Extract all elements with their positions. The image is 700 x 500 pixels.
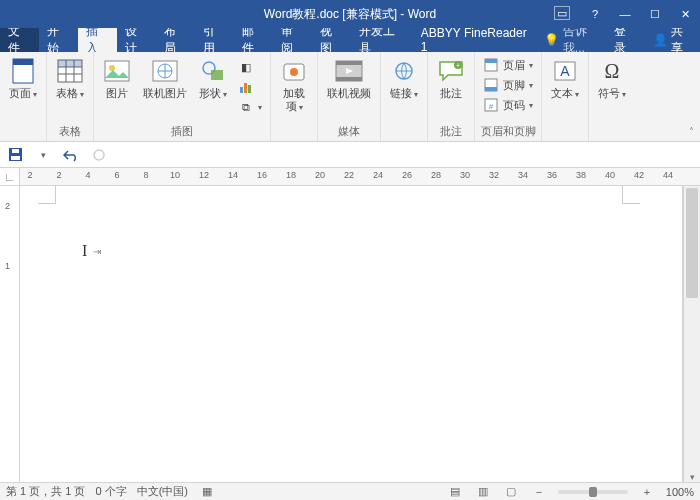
group-symbols: Ω 符号: [589, 52, 635, 141]
tab-insert[interactable]: 插入: [78, 28, 117, 52]
footer-button[interactable]: 页脚▾: [479, 76, 537, 94]
svg-rect-13: [211, 70, 223, 80]
ruler-horizontal[interactable]: ∟ 22468101214161820222426283032343638404…: [0, 168, 700, 186]
addins-label: 加载 项: [283, 87, 305, 114]
ruler-tick: 2: [56, 170, 61, 180]
tab-home[interactable]: 开始: [39, 28, 78, 52]
svg-rect-14: [240, 87, 243, 93]
tell-me[interactable]: 💡告诉我...: [544, 28, 606, 52]
comment-button[interactable]: + 批注: [432, 54, 470, 100]
status-language[interactable]: 中文(中国): [137, 484, 188, 499]
group-label: [4, 126, 42, 141]
view-print-icon[interactable]: ▥: [474, 485, 492, 498]
help-icon[interactable]: ?: [580, 0, 610, 28]
status-words[interactable]: 0 个字: [95, 484, 126, 499]
undo-button[interactable]: [62, 146, 80, 164]
header-button[interactable]: 页眉▾: [479, 56, 537, 74]
comment-icon: +: [437, 57, 465, 85]
ruler-tick: 40: [605, 170, 615, 180]
comment-label: 批注: [440, 87, 462, 100]
illus-small-stack: ◧ ⧉▾: [234, 54, 266, 116]
ruler-tick: 42: [634, 170, 644, 180]
scrollbar-vertical[interactable]: ▴ ▾: [683, 186, 700, 482]
scroll-down-icon[interactable]: ▾: [684, 472, 700, 482]
ruler-tick: 8: [143, 170, 148, 180]
svg-rect-28: [485, 87, 497, 91]
tab-design[interactable]: 设计: [117, 28, 156, 52]
svg-rect-26: [485, 59, 497, 63]
svg-text:#: #: [489, 102, 494, 111]
video-label: 联机视频: [327, 87, 371, 100]
indent-marker-icon: ⇥: [93, 246, 101, 257]
svg-rect-21: [336, 77, 362, 81]
status-macro-icon[interactable]: ▦: [198, 485, 216, 498]
links-button[interactable]: 链接: [385, 54, 423, 101]
symbols-button[interactable]: Ω 符号: [593, 54, 631, 101]
zoom-slider[interactable]: [558, 490, 628, 494]
group-addins: 加载 项: [271, 52, 318, 141]
symbol-icon: Ω: [598, 57, 626, 85]
text-button[interactable]: A 文本: [546, 54, 584, 101]
maximize-button[interactable]: ☐: [640, 0, 670, 28]
save-button[interactable]: [6, 146, 24, 164]
qat-dropdown[interactable]: ▾: [34, 146, 52, 164]
pictures-button[interactable]: 图片: [98, 54, 136, 100]
view-read-icon[interactable]: ▤: [446, 485, 464, 498]
text-cursor: I ⇥: [82, 242, 101, 260]
status-page[interactable]: 第 1 页，共 1 页: [6, 484, 85, 499]
svg-rect-15: [244, 83, 247, 93]
group-label: 媒体: [322, 123, 376, 141]
zoom-value[interactable]: 100%: [666, 486, 694, 498]
footer-icon: [483, 77, 499, 93]
ibeam-icon: I: [82, 242, 87, 260]
group-text: A 文本: [542, 52, 589, 141]
group-label: 页眉和页脚: [479, 123, 537, 141]
tab-references[interactable]: 引用: [195, 28, 234, 52]
ruler-vertical[interactable]: 21: [0, 186, 20, 482]
table-label: 表格: [56, 87, 84, 101]
table-button[interactable]: 表格: [51, 54, 89, 101]
pages-label: 页面: [9, 87, 37, 101]
addins-button[interactable]: 加载 项: [275, 54, 313, 114]
online-pictures-button[interactable]: 联机图片: [138, 54, 192, 100]
svg-rect-34: [11, 156, 20, 160]
online-video-button[interactable]: 联机视频: [322, 54, 376, 100]
svg-rect-7: [58, 60, 82, 67]
picture-icon: [103, 57, 131, 85]
tab-abbyy[interactable]: ABBYY FineReader 1: [413, 28, 540, 52]
zoom-in-button[interactable]: +: [638, 486, 656, 498]
tab-developer[interactable]: 开发工具: [351, 28, 413, 52]
tab-mailings[interactable]: 邮件: [234, 28, 273, 52]
view-web-icon[interactable]: ▢: [502, 485, 520, 498]
tab-layout[interactable]: 布局: [156, 28, 195, 52]
document-page[interactable]: I ⇥: [20, 186, 683, 482]
zoom-out-button[interactable]: −: [530, 486, 548, 498]
svg-text:A: A: [560, 63, 570, 79]
svg-text:+: +: [456, 62, 460, 69]
table-icon: [56, 57, 84, 85]
collapse-ribbon-icon[interactable]: ˄: [689, 126, 694, 137]
quick-access-toolbar: ▾: [0, 142, 700, 168]
ruler-tick: 34: [518, 170, 528, 180]
link-icon: [390, 57, 418, 85]
pages-button[interactable]: 页面: [4, 54, 42, 101]
scroll-thumb[interactable]: [686, 188, 698, 298]
ribbon: 页面 表格 表格 图片 联机图片 形状: [0, 52, 700, 142]
chart-button[interactable]: [234, 78, 266, 96]
tab-view[interactable]: 视图: [312, 28, 351, 52]
title-bar: Word教程.doc [兼容模式] - Word ▭ ? — ☐ ✕: [0, 0, 700, 28]
group-label: [546, 126, 584, 141]
tab-file[interactable]: 文件: [0, 28, 39, 52]
screenshot-button[interactable]: ⧉▾: [234, 98, 266, 116]
zoom-knob[interactable]: [589, 487, 597, 497]
redo-button[interactable]: [90, 146, 108, 164]
smartart-button[interactable]: ◧: [234, 58, 266, 76]
ribbon-display-icon[interactable]: ▭: [554, 6, 570, 20]
ruler-tick: 22: [344, 170, 354, 180]
close-button[interactable]: ✕: [670, 0, 700, 28]
online-picture-icon: [151, 57, 179, 85]
minimize-button[interactable]: —: [610, 0, 640, 28]
shapes-button[interactable]: 形状: [194, 54, 232, 101]
tab-review[interactable]: 审阅: [273, 28, 312, 52]
page-number-button[interactable]: #页码▾: [479, 96, 537, 114]
